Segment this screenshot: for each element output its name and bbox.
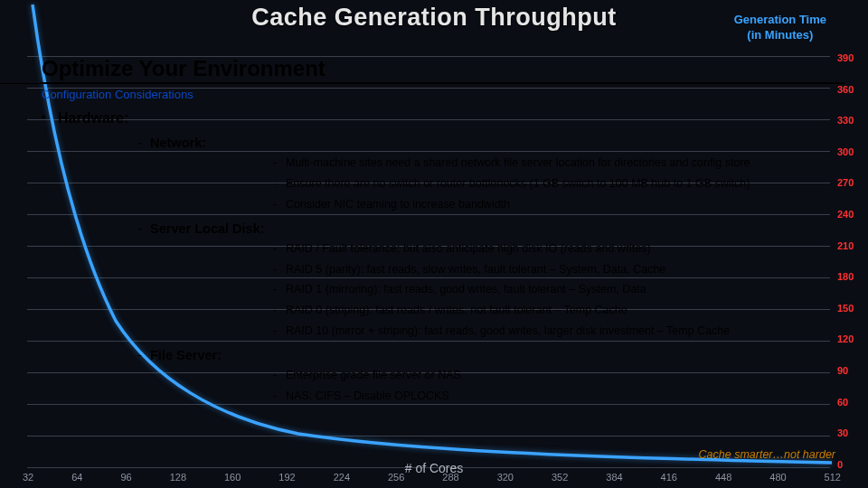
slide-content: Optimize Your Environment Configuration … [0,0,868,404]
section-network: Network: Multi-machine sites need a shar… [150,136,868,212]
bullet-lvl1: Hardware: Network: Multi-machine sites n… [58,110,868,404]
list-item: Multi-machine sites need a shared networ… [286,155,868,171]
slide-subtitle: Configuration Considerations [42,88,868,101]
list-item: RAID 0 (striping): fast reads / writes, … [286,303,868,318]
section-file-server: File Server: Enterprise grade file serve… [150,348,868,404]
hardware-heading: Hardware: Network: Multi-machine sites n… [58,110,868,404]
list-item: NAS: CIFS – Disable OPLOCKS [286,389,868,404]
list-item: Ensure there are no switch or router bot… [286,176,868,192]
bullet-lvl2: Network: Multi-machine sites need a shar… [150,136,868,404]
list-item: RAID 10 (mirror + striping): fast reads,… [286,324,868,339]
x-axis-title: # of Cores [405,461,464,475]
bullet-lvl3: Enterprise grade file server or NAS NAS:… [286,368,868,404]
list-item: RAID / Fault tolerance; but also anticip… [286,241,868,257]
bullet-lvl3: RAID / Fault tolerance; but also anticip… [286,241,868,339]
slide-title: Optimize Your Environment [0,0,787,84]
bullet-lvl3: Multi-machine sites need a shared networ… [286,155,868,212]
footer-tagline: Cache smarter…not harder [699,448,835,461]
list-item: Enterprise grade file server or NAS [286,368,868,383]
section-server-disk: Server Local Disk: RAID / Fault toleranc… [150,221,868,339]
list-item: RAID 5 (parity): fast reads, slow writes… [286,262,868,277]
list-item: Consider NIC teaming to increase bandwid… [286,197,868,212]
list-item: RAID 1 (mirroring): fast reads, good wri… [286,282,868,297]
